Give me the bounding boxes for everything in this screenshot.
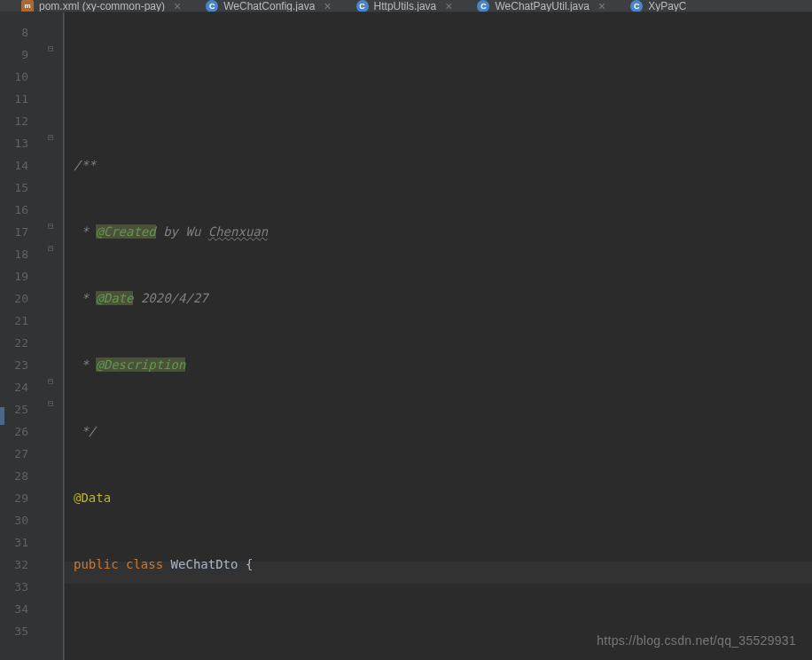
- line-number: 34: [0, 598, 28, 620]
- line-number: 17: [0, 221, 28, 243]
- tab-xypay[interactable]: C XyPayC: [625, 0, 691, 12]
- line-number: 9: [0, 43, 28, 66]
- line-number: 24: [0, 376, 28, 398]
- line-number: 23: [0, 354, 28, 376]
- tab-httputils[interactable]: C HttpUtils.java ×: [351, 0, 458, 12]
- code-line: * @Date 2020/4/27: [65, 287, 812, 310]
- close-icon[interactable]: ×: [324, 0, 331, 12]
- code-line: * @Description: [65, 354, 812, 376]
- code-line: */: [65, 420, 812, 443]
- code-line: public class WeChatDto {: [65, 554, 812, 576]
- line-number: 12: [0, 110, 28, 132]
- line-number: 21: [0, 310, 28, 332]
- fold-close-icon[interactable]: ⊟: [44, 132, 57, 142]
- class-icon: C: [356, 0, 369, 12]
- code-area[interactable]: /** * @Created by Wu Chenxuan * @Date 20…: [64, 12, 812, 660]
- line-number: 29: [0, 487, 28, 509]
- close-icon[interactable]: ×: [598, 0, 605, 12]
- close-icon[interactable]: ×: [174, 0, 181, 12]
- watermark-text: https://blog.csdn.net/qq_35529931: [597, 633, 796, 648]
- line-number: 8: [0, 21, 28, 43]
- line-number: 20: [0, 287, 28, 310]
- fold-icon[interactable]: ⊟: [44, 243, 57, 253]
- code-line: [65, 88, 812, 110]
- line-number: 10: [0, 66, 28, 88]
- fold-open-icon[interactable]: ⊟: [44, 43, 57, 53]
- line-number: 30: [0, 509, 28, 531]
- line-number: 35: [0, 620, 28, 642]
- xml-icon: m: [21, 0, 34, 12]
- fold-icon[interactable]: ⊟: [44, 376, 57, 386]
- class-icon: C: [630, 0, 643, 12]
- class-icon: C: [477, 0, 489, 12]
- line-number: 18: [0, 243, 28, 265]
- tab-label: HttpUtils.java: [374, 0, 437, 12]
- tab-label: WeChatConfig.java: [223, 0, 315, 12]
- editor-tabs: m pom.xml (xy-common-pay) × C WeChatConf…: [0, 0, 812, 12]
- tab-label: XyPayC: [648, 0, 686, 12]
- line-number: 19: [0, 265, 28, 287]
- line-number: 31: [0, 531, 28, 554]
- code-line: * @Created by Wu Chenxuan: [65, 221, 812, 243]
- line-number: 13: [0, 132, 28, 154]
- tab-wechatpayutil[interactable]: C WeChatPayUtil.java ×: [472, 0, 611, 12]
- code-line: /**: [65, 154, 812, 177]
- line-number: 15: [0, 177, 28, 199]
- tab-label: pom.xml (xy-common-pay): [39, 0, 165, 12]
- gutter-marker: [0, 407, 4, 425]
- tab-label: WeChatPayUtil.java: [495, 0, 589, 12]
- fold-column: ⊟ ⊟ ⊟ ⊟ ⊟ ⊟: [41, 12, 64, 660]
- line-number: 28: [0, 465, 28, 487]
- line-number: 16: [0, 199, 28, 221]
- tab-wechatconfig[interactable]: C WeChatConfig.java ×: [200, 0, 336, 12]
- fold-icon[interactable]: ⊟: [44, 221, 57, 231]
- line-number: 33: [0, 576, 28, 598]
- tab-pom[interactable]: m pom.xml (xy-common-pay) ×: [16, 0, 186, 12]
- line-number: 32: [0, 554, 28, 576]
- close-icon[interactable]: ×: [445, 0, 452, 12]
- line-number: 14: [0, 154, 28, 177]
- code-line: @Data: [65, 487, 812, 509]
- line-number: 22: [0, 332, 28, 354]
- line-number: 27: [0, 443, 28, 465]
- line-number-gutter: 8910111213141516171819202122232425262728…: [0, 12, 41, 660]
- class-icon: C: [206, 0, 218, 12]
- code-editor[interactable]: 8910111213141516171819202122232425262728…: [0, 12, 812, 660]
- fold-icon[interactable]: ⊟: [44, 398, 57, 408]
- line-number: 11: [0, 88, 28, 110]
